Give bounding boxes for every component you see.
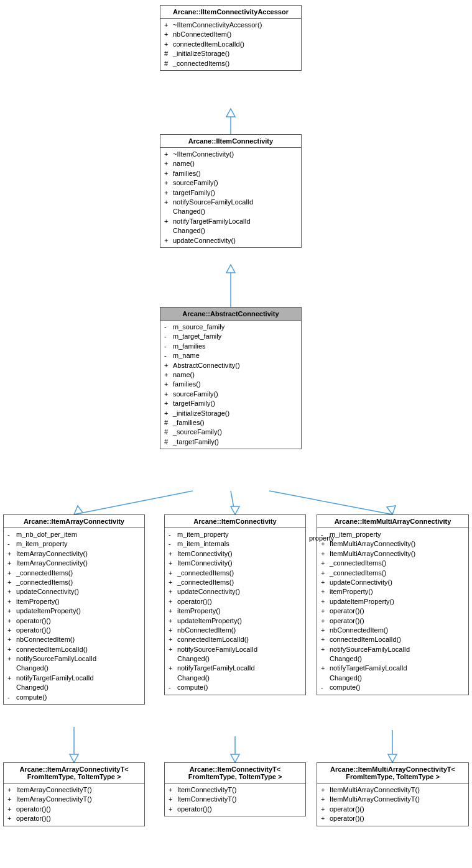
member-row: # _targetFamily(): [164, 437, 297, 447]
member-row: # _sourceFamily(): [164, 427, 297, 437]
svg-marker-7: [231, 506, 239, 514]
box-members: +ItemArrayConnectivityT() +ItemArrayConn…: [4, 783, 144, 826]
member-row: + families(): [164, 380, 297, 389]
member-row: + updateConnectivity(): [164, 236, 297, 245]
member-row: - m_name: [164, 351, 297, 360]
box-members: + ~IItemConnectivityAccessor() + nbConne…: [160, 19, 301, 70]
box-item-multi-array-connectivity-t: Arcane::ItemMultiArrayConnectivityT< Fro…: [317, 762, 469, 826]
box-title: Arcane::ItemArrayConnectivityT< FromItem…: [4, 763, 144, 783]
box-members: +ItemMultiArrayConnectivityT() +ItemMult…: [317, 783, 468, 826]
svg-marker-15: [388, 754, 397, 762]
property-label: property: [309, 534, 334, 542]
box-abstract-connectivity: Arcane::AbstractConnectivity - m_source_…: [160, 307, 302, 449]
box-title: Arcane::IItemConnectivityAccessor: [160, 6, 301, 19]
member-row: + targetFamily(): [164, 188, 297, 198]
box-members: -m_item_property +ItemMultiArrayConnecti…: [317, 528, 468, 695]
box-item-array-connectivity-t: Arcane::ItemArrayConnectivityT< FromItem…: [3, 762, 145, 826]
box-members: + ~IItemConnectivity() + name() + famili…: [160, 148, 301, 247]
member-row: - m_source_family: [164, 322, 297, 332]
member-row: # _families(): [164, 418, 297, 427]
box-item-connectivity-accessor: Arcane::IItemConnectivityAccessor + ~IIt…: [160, 5, 302, 71]
box-title: Arcane::ItemArrayConnectivity: [4, 515, 144, 528]
box-title: Arcane::IItemConnectivity: [160, 135, 301, 148]
box-item-multi-array-connectivity: Arcane::ItemMultiArrayConnectivity -m_it…: [317, 514, 469, 695]
member-row: # _initializeStorage(): [164, 49, 297, 58]
box-title: Arcane::ItemMultiArrayConnectivityT< Fro…: [317, 763, 468, 783]
box-title: Arcane::ItemConnectivityT< FromItemType,…: [165, 763, 305, 783]
box-members: -m_item_property -m_item_internals +Item…: [165, 528, 305, 695]
box-item-array-connectivity: Arcane::ItemArrayConnectivity -m_nb_dof_…: [3, 514, 145, 705]
diagram: Arcane::IItemConnectivityAccessor + ~IIt…: [0, 0, 472, 868]
svg-marker-1: [226, 109, 235, 117]
member-row: - m_target_family: [164, 332, 297, 341]
svg-marker-3: [226, 265, 235, 273]
member-row: + AbstractConnectivity(): [164, 361, 297, 370]
member-row: + _initializeStorage(): [164, 409, 297, 418]
svg-line-6: [231, 491, 235, 514]
member-row: + ~IItemConnectivity(): [164, 150, 297, 159]
member-row: + ~IItemConnectivityAccessor(): [164, 21, 297, 30]
svg-marker-13: [231, 754, 239, 762]
member-row: + notifyTargetFamilyLocalIdChanged(): [164, 217, 297, 236]
member-row: # _connectedItems(): [164, 59, 297, 68]
member-row: + sourceFamily(): [164, 390, 297, 399]
member-row: + connectedItemLocalId(): [164, 40, 297, 49]
member-row: - m_families: [164, 342, 297, 351]
box-title: Arcane::ItemMultiArrayConnectivity: [317, 515, 468, 528]
member-row: + nbConnectedItem(): [164, 30, 297, 39]
svg-line-8: [269, 491, 392, 514]
box-item-connectivity-t: Arcane::ItemConnectivityT< FromItemType,…: [164, 762, 306, 816]
member-row: + name(): [164, 159, 297, 168]
svg-marker-5: [74, 506, 83, 514]
box-item-connectivity-interface: Arcane::IItemConnectivity + ~IItemConnec…: [160, 134, 302, 248]
svg-line-4: [74, 491, 193, 514]
svg-marker-11: [70, 754, 78, 762]
svg-marker-9: [387, 506, 396, 514]
member-row: + families(): [164, 169, 297, 178]
box-members: +ItemConnectivityT() +ItemConnectivityT(…: [165, 783, 305, 816]
box-members: -m_nb_dof_per_item -m_item_property +Ite…: [4, 528, 144, 704]
member-row: + notifySourceFamilyLocalIdChanged(): [164, 198, 297, 217]
box-item-connectivity-mid: Arcane::ItemConnectivity -m_item_propert…: [164, 514, 306, 695]
box-members: - m_source_family - m_target_family - m_…: [160, 321, 301, 449]
box-title: Arcane::ItemConnectivity: [165, 515, 305, 528]
member-row: + targetFamily(): [164, 399, 297, 408]
member-row: + name(): [164, 370, 297, 380]
member-row: + sourceFamily(): [164, 178, 297, 188]
box-title: Arcane::AbstractConnectivity: [160, 308, 301, 321]
